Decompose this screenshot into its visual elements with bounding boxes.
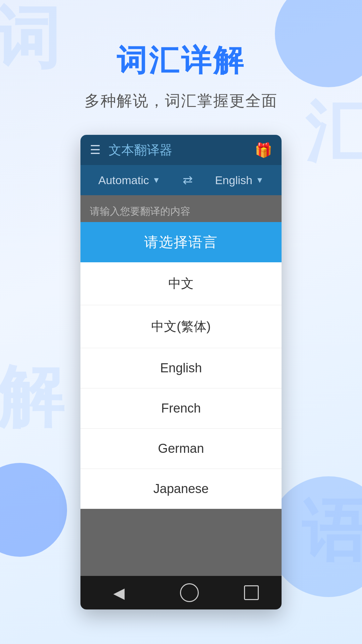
bg-circle-bottom-left [0, 463, 67, 557]
gift-icon[interactable]: 🎁 [255, 142, 272, 158]
page-title: 词汇详解 [0, 40, 362, 81]
watermark-3: 解 [0, 352, 64, 443]
page-subtitle: 多种解说，词汇掌握更全面 [0, 91, 362, 111]
page-header: 词汇详解 多种解说，词汇掌握更全面 [0, 0, 362, 111]
navigation-bar: ◀ [80, 576, 282, 609]
language-selector-bar: Automatic ▼ ⇄ English ▼ [80, 165, 282, 195]
app-mockup: ☰ 文本翻译器 🎁 Automatic ▼ ⇄ English ▼ 请输入您要翻… [80, 135, 282, 609]
back-button[interactable]: ◀ [103, 581, 135, 605]
from-language-dropdown-icon: ▼ [152, 175, 160, 185]
language-option-japanese[interactable]: Japanese [80, 469, 282, 509]
to-language-dropdown-icon: ▼ [256, 175, 264, 185]
input-placeholder-text: 请输入您要翻译的内容 [90, 206, 190, 217]
to-language-selector[interactable]: English ▼ [215, 174, 263, 187]
to-language-label: English [215, 174, 252, 187]
language-option-chinese-simplified[interactable]: 中文 [80, 262, 282, 305]
swap-language-icon[interactable]: ⇄ [183, 173, 193, 187]
from-language-label: Automatic [98, 174, 149, 187]
language-option-french[interactable]: French [80, 388, 282, 429]
language-selection-dialog: 请选择语言 中文 中文(繁体) English French German Ja… [80, 222, 282, 509]
dialog-header: 请选择语言 [80, 222, 282, 262]
language-option-german[interactable]: German [80, 429, 282, 469]
bg-circle-bottom-right [268, 476, 362, 597]
language-option-english[interactable]: English [80, 348, 282, 388]
app-toolbar: ☰ 文本翻译器 🎁 [80, 135, 282, 165]
below-dialog-area [80, 509, 282, 576]
dialog-title: 请选择语言 [144, 234, 218, 250]
recent-apps-button[interactable] [244, 585, 259, 600]
from-language-selector[interactable]: Automatic ▼ [98, 174, 160, 187]
language-option-chinese-traditional[interactable]: 中文(繁体) [80, 305, 282, 348]
home-button[interactable] [180, 583, 199, 602]
translation-input-area[interactable]: 请输入您要翻译的内容 [80, 195, 282, 222]
app-title: 文本翻译器 [109, 142, 255, 159]
menu-icon[interactable]: ☰ [90, 144, 101, 156]
